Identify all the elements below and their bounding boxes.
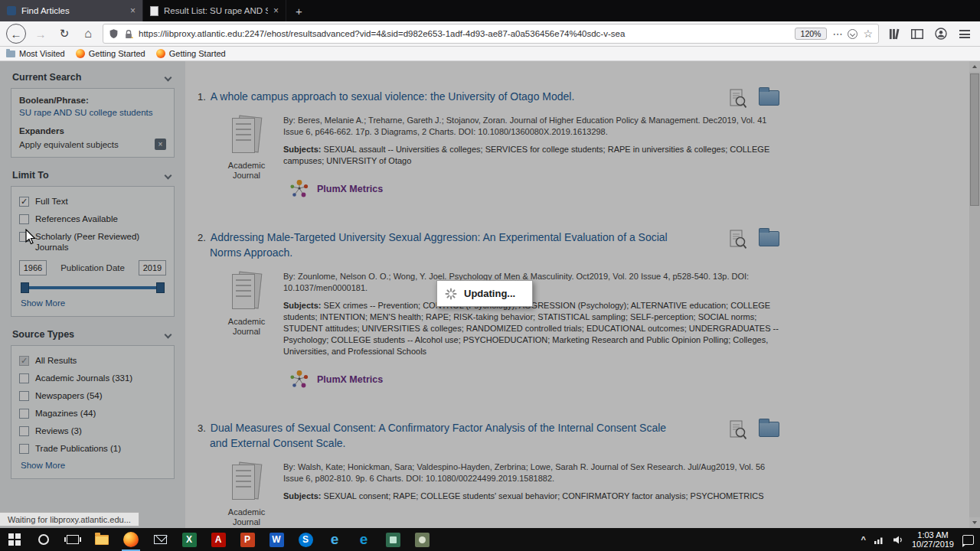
bookmark-most-visited[interactable]: Most Visited: [6, 49, 65, 58]
edge-button[interactable]: [349, 528, 378, 551]
taskbar-clock[interactable]: 1:03 AM 10/27/2019: [912, 530, 954, 549]
library-icon[interactable]: [884, 24, 903, 43]
mail-button[interactable]: [145, 528, 175, 551]
word-icon: [270, 533, 284, 547]
search-button[interactable]: [29, 528, 58, 551]
bookmark-getting-started[interactable]: Getting Started: [76, 49, 145, 58]
search-icon: [38, 534, 49, 545]
excel-icon: [182, 533, 197, 547]
tab-close-icon[interactable]: [130, 5, 136, 16]
app-button-1[interactable]: [378, 528, 407, 551]
back-button[interactable]: [6, 24, 26, 44]
task-view-button[interactable]: [58, 528, 87, 551]
refresh-button[interactable]: [55, 24, 74, 43]
updating-text: Updating...: [464, 288, 515, 299]
mail-icon: [154, 535, 167, 544]
tab-title: Find Articles: [21, 6, 125, 15]
url-bar[interactable]: https://libproxy.atlantic.edu:2247/ehost…: [103, 24, 879, 44]
tab-result-list[interactable]: Result List: SU rape AND SU co: [143, 0, 286, 21]
browser-tab-bar: Find Articles Result List: SU rape AND S…: [0, 0, 980, 21]
file-explorer-icon: [95, 535, 109, 545]
new-tab-button[interactable]: [286, 0, 312, 21]
system-tray: 1:03 AM 10/27/2019: [861, 528, 980, 551]
firefox-icon: [76, 49, 85, 58]
task-view-icon: [67, 535, 79, 544]
zoom-indicator[interactable]: 120%: [795, 28, 828, 40]
internet-explorer-button[interactable]: [320, 528, 349, 551]
file-explorer-button[interactable]: [87, 528, 116, 551]
app-icon: [386, 533, 400, 547]
tab-title: Result List: SU rape AND SU co: [164, 6, 268, 15]
firefox-button[interactable]: [116, 528, 145, 551]
acrobat-button[interactable]: [204, 528, 233, 551]
home-button[interactable]: [79, 24, 97, 43]
bookmark-label: Getting Started: [169, 49, 226, 58]
menu-icon[interactable]: [956, 24, 974, 43]
word-button[interactable]: [262, 528, 291, 551]
spinner-icon: [445, 288, 457, 300]
status-tooltip: Waiting for libproxy.atlantic.edu...: [0, 512, 139, 527]
tab-close-icon[interactable]: [273, 5, 279, 16]
acrobat-icon: [211, 533, 226, 547]
clock-date: 10/27/2019: [912, 540, 954, 549]
action-center-icon[interactable]: [962, 535, 974, 545]
powerpoint-button[interactable]: [233, 528, 262, 551]
tab-favicon: [150, 6, 158, 16]
bookmark-getting-started-2[interactable]: Getting Started: [156, 49, 226, 58]
tray-chevron-up-icon[interactable]: [861, 535, 866, 544]
sidebars-icon[interactable]: [908, 24, 926, 43]
app-icon: [415, 533, 430, 547]
browser-nav-toolbar: https://libproxy.atlantic.edu:2247/ehost…: [0, 21, 980, 47]
shield-icon[interactable]: [109, 28, 119, 39]
firefox-icon: [123, 532, 139, 547]
screen: Find Articles Result List: SU rape AND S…: [0, 0, 980, 551]
start-button[interactable]: [0, 528, 29, 551]
pocket-icon[interactable]: [848, 29, 858, 39]
bookmarks-bar: Most Visited Getting Started Getting Sta…: [0, 47, 980, 61]
skype-button[interactable]: [291, 528, 320, 551]
url-text[interactable]: https://libproxy.atlantic.edu:2247/ehost…: [139, 29, 789, 38]
page-actions-icon[interactable]: [832, 28, 842, 40]
edge-icon: [360, 531, 368, 548]
network-icon[interactable]: [874, 536, 885, 544]
windows-taskbar: 1:03 AM 10/27/2019: [0, 528, 980, 551]
volume-icon[interactable]: [893, 536, 903, 544]
clock-time: 1:03 AM: [912, 530, 954, 540]
bookmark-label: Most Visited: [19, 49, 65, 58]
updating-dialog: Updating...: [436, 280, 533, 307]
powerpoint-icon: [240, 533, 255, 547]
page-content: Current Search Boolean/Phrase: SU rape A…: [0, 61, 980, 528]
folder-icon: [6, 51, 15, 57]
tab-find-articles[interactable]: Find Articles: [0, 0, 143, 21]
bookmark-star-icon[interactable]: [863, 28, 873, 40]
tab-favicon: [7, 6, 16, 15]
mouse-cursor: [25, 229, 36, 245]
excel-button[interactable]: [175, 528, 204, 551]
forward-button[interactable]: [31, 24, 50, 43]
internet-explorer-icon: [331, 531, 339, 548]
lock-icon[interactable]: [124, 29, 133, 39]
skype-icon: [299, 533, 313, 547]
app-button-2[interactable]: [407, 528, 436, 551]
account-icon[interactable]: [932, 24, 950, 43]
bookmark-label: Getting Started: [89, 49, 145, 58]
windows-logo-icon: [8, 533, 21, 546]
firefox-icon: [156, 49, 165, 58]
